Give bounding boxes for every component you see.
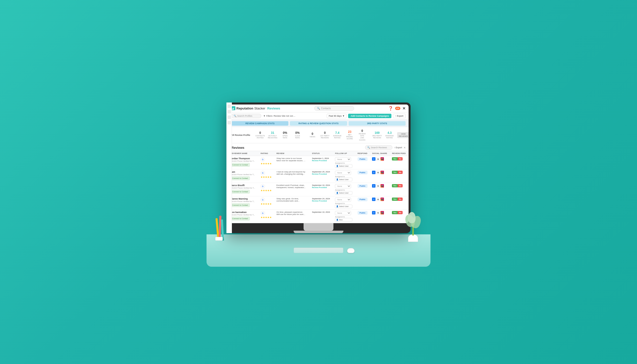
search-profiles-icon: 🔍 (234, 115, 236, 117)
cell-reviewer: Pam 091424 Phone Verified for T... Conne… (228, 170, 258, 183)
reviewer-name: Marco Bisoffi (230, 184, 256, 186)
public-respond-button[interactable]: Public (358, 157, 368, 161)
sidebar-icon-users[interactable] (228, 110, 231, 114)
google-icon[interactable]: G (376, 211, 380, 214)
stat-open-rate-label: OPENRATE (280, 135, 290, 139)
stat-views-label: VIEWS (308, 136, 318, 138)
no-button[interactable]: No (398, 171, 402, 174)
public-respond-button[interactable]: Public (358, 171, 368, 174)
search-reviews-placeholder: Search Reviews (371, 146, 387, 149)
help-icon[interactable]: ❓ (388, 106, 393, 111)
close-reviews-button[interactable]: ✕ (404, 146, 406, 149)
facebook-icon[interactable]: f (372, 171, 376, 174)
select-user-label: Select User (339, 205, 348, 208)
public-respond-button[interactable]: Public (358, 211, 368, 215)
instagram-icon[interactable]: 📷 (380, 211, 384, 214)
svg-text:G: G (262, 172, 264, 174)
yes-no-group: Yes No (392, 198, 406, 201)
yes-button[interactable]: Yes (392, 198, 398, 201)
no-button[interactable]: No (398, 157, 402, 160)
period-button[interactable]: Past 90 days ▼ (327, 114, 346, 118)
select-user-dropdown[interactable]: 👤 Select User (335, 191, 352, 195)
connect-contact-button[interactable]: Connect to Contact (230, 190, 250, 194)
google-icon[interactable]: G (376, 171, 380, 174)
header-search[interactable]: 🔍 Contacts (314, 106, 354, 111)
toolbar: 🔍 Search Profiles ▼ Filters: Review Site… (228, 112, 408, 120)
select-user-dropdown[interactable]: 👤 Mon (335, 218, 352, 222)
instagram-icon[interactable]: 📷 (380, 184, 384, 188)
sidebar-icon-chart[interactable] (228, 104, 231, 108)
star-rating: ★★★★★ (260, 176, 272, 178)
close-icon[interactable]: ✕ (402, 106, 406, 111)
cell-social: f G 📷 (370, 210, 390, 223)
reviews-section: Reviews 🔍 Search Reviews ↑ Export ✕ (228, 143, 408, 223)
facebook-icon[interactable]: f (372, 198, 376, 201)
facebook-icon[interactable]: f (372, 211, 376, 214)
follow-up-select[interactable]: None (335, 157, 351, 162)
search-profiles[interactable]: 🔍 Search Profiles (232, 114, 261, 118)
google-icon[interactable]: G (376, 157, 380, 161)
google-icon[interactable]: G (376, 198, 380, 201)
instagram-icon[interactable]: 📷 (380, 157, 384, 161)
cell-rating: G ★★★★★ (258, 156, 274, 170)
tab-third-party[interactable]: 3RD PARTY STATS (348, 121, 406, 126)
reviewer-sub: 091424 Phone Verified for T... (230, 174, 256, 176)
stat-review-site-label: REVIEW SITELINK CLICKS (357, 133, 367, 141)
cell-respond: Public (356, 210, 370, 223)
follow-up-select[interactable]: None (335, 198, 351, 202)
cell-status: September 10, 2024 (310, 210, 333, 223)
cell-reviewer: Jordan Thompson 091424 Phone Verified fo… (228, 156, 258, 170)
logo-reputation-text: Reputation (236, 106, 253, 110)
sidebar-icon-settings[interactable] (228, 116, 231, 119)
assigned-to-label: Assigned to (335, 202, 353, 204)
yes-button[interactable]: Yes (392, 157, 398, 160)
search-reviews-input[interactable]: 🔍 Search Reviews (365, 145, 392, 150)
cell-follow-up: None Assigned to 👤 Select User (333, 183, 355, 196)
review-status: Review Provided (312, 186, 331, 188)
cell-review: Shay was great. On time, communicated we… (274, 196, 310, 210)
reviews-table: REVIEWER NAME RATING REVIEW STATUS FOLLO… (228, 151, 408, 223)
table-row: Dianne Manning 091424 Phone Verified for… (228, 196, 408, 210)
yes-button[interactable]: Yes (392, 211, 398, 214)
review-text: Shay was great. On time, communicated we… (276, 198, 306, 202)
stat-views-value: 0 (308, 132, 318, 136)
hide-reviews-button[interactable]: HIDE REVIEWS (397, 132, 408, 138)
connect-contact-button[interactable]: Connect to Contact (230, 217, 250, 220)
select-user-dropdown[interactable]: 👤 Select User (335, 164, 352, 168)
stat-views: 0 VIEWS (308, 132, 318, 138)
export-button[interactable]: ↑ Export (393, 114, 406, 118)
star-rating: ★★★★★ (260, 216, 272, 219)
instagram-icon[interactable]: 📷 (380, 171, 384, 174)
instagram-icon[interactable]: 📷 (380, 198, 384, 201)
stat-actively-value: 31 (268, 131, 278, 134)
tab-rating-review[interactable]: RATING & REVIEW QUESTION STATS (290, 121, 347, 126)
tab-review-campaign[interactable]: REVIEW CAMPAIGN STATS (232, 121, 288, 126)
follow-up-select[interactable]: None (335, 184, 351, 188)
stat-contacts-value: 0 (255, 131, 265, 134)
facebook-icon[interactable]: f (372, 184, 376, 188)
connect-contact-button[interactable]: Connect to Contact (230, 203, 250, 207)
no-button[interactable]: No (398, 198, 402, 201)
search-reviews-icon: 🔍 (367, 146, 370, 149)
follow-up-select[interactable]: None (335, 211, 351, 215)
stat-net-promo-label: NET PROMO.SCORE (345, 134, 355, 140)
public-respond-button[interactable]: Public (358, 184, 368, 188)
cell-follow-up: None Assigned to 👤 Mon (333, 210, 355, 223)
google-icon[interactable]: G (376, 184, 380, 188)
export-reviews-button[interactable]: ↑ Export (394, 146, 402, 149)
no-button[interactable]: No (398, 184, 402, 187)
mouse (347, 248, 354, 253)
yes-button[interactable]: Yes (392, 171, 398, 174)
public-respond-button[interactable]: Public (358, 198, 368, 201)
sidebar-icon-reports[interactable] (228, 121, 231, 124)
facebook-icon[interactable]: f (372, 157, 376, 161)
connect-contact-button[interactable]: Connect to Contact (230, 176, 250, 180)
select-user-dropdown[interactable]: 👤 Select User (335, 178, 352, 182)
add-contacts-button[interactable]: Add Contacts to Review Campaigns (348, 114, 392, 118)
stat-open-rate: 0% OPENRATE (280, 131, 290, 139)
select-user-dropdown[interactable]: 👤 Select User (335, 204, 352, 208)
filter-button[interactable]: ▼ Filters: Review Site not 1st-... (263, 115, 295, 117)
connect-contact-button[interactable]: Connect to Contact (230, 163, 250, 167)
yes-button[interactable]: Yes (392, 184, 398, 187)
follow-up-select[interactable]: None (335, 171, 351, 175)
